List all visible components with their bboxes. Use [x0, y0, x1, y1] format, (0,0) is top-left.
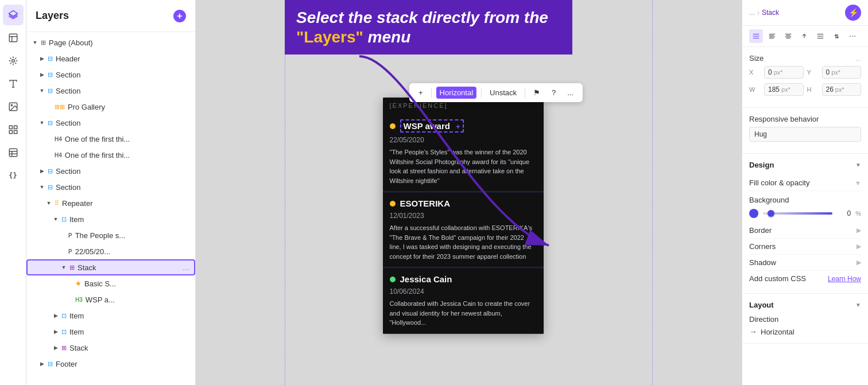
custom-css-row[interactable]: Add custom CSS Learn How	[749, 271, 861, 286]
more-options-btn[interactable]	[846, 29, 859, 43]
toolbar-separator-2	[481, 88, 482, 98]
direction-btn[interactable]: Horizontal	[436, 87, 477, 99]
layer-item-item3[interactable]: ⊡ Item	[26, 324, 195, 340]
background-slider[interactable]	[763, 212, 832, 215]
layout-expand-icon[interactable]: ▼	[855, 302, 861, 308]
layer-item-label: Section	[56, 71, 191, 79]
y-label: Y	[807, 69, 819, 76]
chevron-icon[interactable]	[38, 167, 46, 175]
more-btn[interactable]: ...	[564, 87, 577, 99]
table-icon[interactable]	[3, 142, 24, 163]
layer-item-date[interactable]: P 22/05/20...	[26, 243, 195, 259]
annotation-text: Select the stack directly from the "Laye…	[296, 8, 561, 46]
text-icon[interactable]	[3, 73, 24, 94]
layer-item-item2[interactable]: ⊡ Item	[26, 308, 195, 324]
responsive-label: Responsive behavior	[749, 115, 861, 123]
layer-item-section5[interactable]: ⊟ Section	[26, 179, 195, 195]
chevron-icon[interactable]	[38, 183, 46, 191]
lightning-btn[interactable]: ⚡	[845, 5, 861, 21]
entry2-title: ESOTERIKA	[400, 199, 451, 208]
align-top-btn[interactable]	[797, 29, 811, 43]
chevron-icon[interactable]	[52, 328, 60, 336]
align-center-btn[interactable]	[781, 29, 795, 43]
fill-arrow-icon: ▼	[855, 180, 861, 186]
spacing-btn[interactable]: ⇅	[830, 29, 843, 43]
unstack-btn[interactable]: Unstack	[486, 87, 520, 99]
apps-icon[interactable]	[3, 119, 24, 140]
chevron-icon[interactable]	[52, 344, 60, 352]
chevron-icon[interactable]	[52, 312, 60, 320]
layer-item-h4-2[interactable]: H4 One of the first thi...	[26, 147, 195, 163]
layer-item-dots[interactable]: ...	[183, 263, 189, 272]
layers-icon[interactable]	[3, 5, 24, 25]
components-icon[interactable]	[3, 50, 24, 71]
chevron-icon[interactable]	[31, 38, 39, 46]
add-layer-button[interactable]: +	[173, 10, 186, 22]
border-row[interactable]: Border ▶	[749, 223, 861, 239]
right-top-bar: ... › Stack ⚡	[742, 0, 868, 26]
stack-add-btn[interactable]: +	[415, 87, 427, 99]
y-input[interactable]: 0 px*	[822, 66, 862, 79]
layer-item-stack[interactable]: ⊞ Stack ...	[26, 259, 195, 275]
chevron-icon[interactable]	[38, 119, 46, 127]
pages-icon[interactable]	[3, 28, 24, 48]
design-expand-icon[interactable]: ▼	[855, 162, 861, 168]
layer-item-page[interactable]: ⊞ Page (About)	[26, 34, 195, 50]
h-input[interactable]: 26 px*	[822, 83, 862, 96]
x-field-row: X 0 px* Y 0 px*	[749, 66, 861, 79]
layer-item-label: 22/05/20...	[75, 247, 191, 256]
layer-item-section3[interactable]: ⊟ Section	[26, 115, 195, 131]
direction-label: Direction	[749, 315, 861, 324]
slider-thumb[interactable]	[768, 210, 774, 217]
image-icon[interactable]	[3, 96, 24, 117]
chevron-icon[interactable]	[38, 360, 46, 368]
x-input[interactable]: 0 px*	[764, 66, 804, 79]
guide-left	[285, 0, 285, 385]
svg-rect-12	[9, 131, 12, 134]
layer-item-section4[interactable]: ⊟ Section	[26, 163, 195, 179]
layer-item-wsp-a[interactable]: H3 WSP a...	[26, 291, 195, 308]
chevron-icon[interactable]	[38, 87, 46, 95]
align-left-btn[interactable]	[765, 29, 779, 43]
shadow-arrow-icon: ▶	[857, 259, 861, 266]
flag-btn[interactable]: ⚑	[530, 87, 544, 99]
layer-item-header[interactable]: ⊟ Header	[26, 50, 195, 67]
responsive-select[interactable]: Hug	[749, 127, 861, 142]
layer-item-item1[interactable]: ⊡ Item	[26, 211, 195, 227]
shadow-row[interactable]: Shadow ▶	[749, 255, 861, 271]
layer-item-section1[interactable]: ⊟ Section	[26, 67, 195, 83]
entry1-dot	[390, 123, 396, 129]
layer-item-people-s[interactable]: P The People s...	[26, 227, 195, 243]
learn-how-link[interactable]: Learn How	[828, 275, 861, 283]
layer-item-footer[interactable]: ⊟ Footer	[26, 356, 195, 372]
chevron-icon[interactable]	[60, 263, 68, 271]
chevron-icon[interactable]	[45, 199, 53, 207]
breadcrumb-dots[interactable]: ...	[749, 9, 755, 17]
size-dots[interactable]: ...	[855, 55, 861, 63]
layer-item-gallery[interactable]: ⊞⊞ Pro Gallery	[26, 99, 195, 115]
layer-type-icon: ⊟	[48, 168, 53, 175]
chevron-icon[interactable]	[38, 55, 46, 63]
layer-type-icon: ⊡	[61, 312, 67, 320]
code-icon[interactable]: {}	[3, 165, 24, 186]
chevron-icon[interactable]	[52, 215, 60, 223]
breadcrumb-arrow: ›	[757, 9, 760, 17]
align-distribute-btn[interactable]	[813, 29, 827, 43]
layer-item-basic-s[interactable]: ★ Basic S...	[26, 275, 195, 291]
layer-item-h4-1[interactable]: H4 One of the first thi...	[26, 131, 195, 147]
question-btn[interactable]: ?	[548, 87, 559, 99]
layer-item-section2[interactable]: ⊟ Section	[26, 83, 195, 99]
layer-type-icon: ⊟	[48, 87, 53, 95]
w-input[interactable]: 185 px*	[764, 83, 804, 96]
fill-label: Fill color & opacity	[749, 178, 809, 187]
layer-tree: ⊞ Page (About) ⊟ Header ⊟ Section ⊟ Sect…	[26, 32, 195, 385]
properties-btn[interactable]	[749, 29, 763, 43]
layer-item-stack2[interactable]: ⊞ Stack	[26, 340, 195, 356]
background-color-dot[interactable]	[749, 209, 758, 218]
layer-item-repeater[interactable]: ⠿ Repeater	[26, 195, 195, 211]
corners-row[interactable]: Corners ▶	[749, 239, 861, 255]
fill-row[interactable]: Fill color & opacity ▼	[749, 175, 861, 191]
entry1-add-btn[interactable]: +	[456, 122, 460, 131]
chevron-icon[interactable]	[38, 71, 46, 79]
layer-item-label: One of the first thi...	[65, 135, 191, 143]
